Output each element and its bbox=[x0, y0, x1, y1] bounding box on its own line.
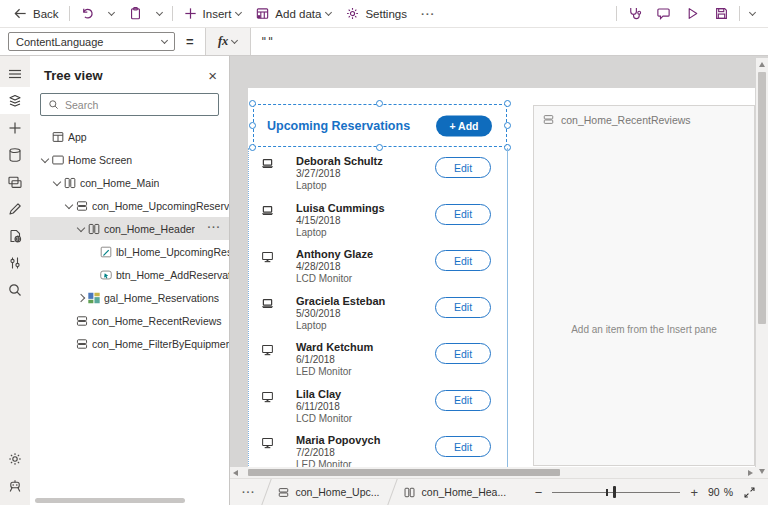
save-button[interactable] bbox=[707, 0, 736, 27]
tree-item-more-button[interactable]: ··· bbox=[208, 221, 222, 233]
tree-item[interactable]: Home Screen bbox=[30, 148, 229, 171]
toolbar-more-button[interactable]: ··· bbox=[414, 0, 443, 27]
gallery-item[interactable]: Lila Clay 6/11/2018 LCD Monitor Edit bbox=[249, 381, 507, 428]
resize-handle[interactable] bbox=[249, 122, 256, 129]
gallery-item[interactable]: Luisa Cummings 4/15/2018 Laptop Edit bbox=[249, 195, 507, 242]
menu-hamburger-button[interactable] bbox=[0, 60, 30, 87]
fx-button[interactable]: fx bbox=[205, 28, 251, 55]
divider bbox=[172, 6, 173, 21]
rail-advanced-tools-button[interactable] bbox=[0, 222, 30, 249]
horizontal-scrollbar-thumb[interactable] bbox=[248, 469, 560, 476]
resize-handle[interactable] bbox=[504, 122, 511, 129]
zoom-in-button[interactable]: + bbox=[690, 485, 698, 500]
edit-button[interactable]: Edit bbox=[435, 390, 491, 411]
add-data-menu-button[interactable]: Add data bbox=[248, 0, 338, 27]
app-canvas[interactable]: Upcoming Reservations + Add Deborah Schu… bbox=[248, 88, 755, 468]
expand-chevron-icon[interactable] bbox=[74, 295, 87, 301]
label-control-icon bbox=[99, 245, 113, 259]
rail-insert-button[interactable] bbox=[0, 114, 30, 141]
tree-item[interactable]: App bbox=[30, 125, 229, 148]
tree-item[interactable]: con_Home_FilterByEquipment bbox=[30, 332, 229, 355]
sliders-icon bbox=[7, 255, 23, 271]
resize-handle[interactable] bbox=[376, 100, 383, 107]
gallery-item[interactable]: Ward Ketchum 6/1/2018 LED Monitor Edit bbox=[249, 334, 507, 381]
tree-item[interactable]: con_Home_Main bbox=[30, 171, 229, 194]
undo-dropdown[interactable] bbox=[102, 0, 121, 27]
tree-item[interactable]: con_Home_Header ··· bbox=[30, 217, 229, 240]
add-reservation-button[interactable]: + Add bbox=[436, 115, 492, 136]
zoom-slider[interactable] bbox=[552, 485, 680, 499]
app-checker-button[interactable] bbox=[620, 0, 649, 27]
tree-item[interactable]: btn_Home_AddReservation bbox=[30, 263, 229, 286]
selected-header-container[interactable]: Upcoming Reservations + Add bbox=[253, 104, 507, 147]
expand-chevron-icon[interactable] bbox=[38, 158, 51, 162]
property-selector[interactable]: ContentLanguage bbox=[8, 32, 175, 51]
tree-item[interactable]: con_Home_UpcomingReservations bbox=[30, 194, 229, 217]
breadcrumb-tab[interactable]: con_Home_Upc... bbox=[264, 479, 390, 505]
tree-horizontal-scrollbar[interactable] bbox=[35, 498, 185, 503]
formula-bar: ContentLanguage = fx "" bbox=[0, 28, 768, 56]
rail-variables-button[interactable] bbox=[0, 249, 30, 276]
tree-item[interactable]: lbl_Home_UpcomingReservat bbox=[30, 240, 229, 263]
scroll-left-arrow[interactable] bbox=[233, 470, 238, 476]
edit-button[interactable]: Edit bbox=[435, 343, 491, 364]
divider bbox=[616, 6, 617, 21]
reservations-gallery[interactable]: Deborah Schultz 3/27/2018 Laptop Edit Lu… bbox=[248, 148, 508, 468]
search-input[interactable] bbox=[65, 99, 211, 111]
gallery-item[interactable]: Deborah Schultz 3/27/2018 Laptop Edit bbox=[249, 148, 507, 195]
zoom-slider-handle[interactable] bbox=[613, 486, 617, 498]
edit-button[interactable]: Edit bbox=[435, 297, 491, 318]
vertical-scrollbar-thumb[interactable] bbox=[758, 72, 766, 324]
paste-dropdown[interactable] bbox=[150, 0, 169, 27]
edit-button[interactable]: Edit bbox=[435, 250, 491, 271]
scroll-right-arrow[interactable] bbox=[748, 470, 753, 476]
fit-to-window-button[interactable] bbox=[743, 486, 756, 499]
expand-chevron-icon[interactable] bbox=[62, 204, 75, 208]
comments-button[interactable] bbox=[649, 0, 678, 27]
edit-button[interactable]: Edit bbox=[435, 157, 491, 178]
scroll-up-arrow[interactable] bbox=[759, 62, 765, 67]
reservation-name: Maria Popovych bbox=[296, 434, 380, 447]
rail-settings-button[interactable] bbox=[0, 445, 30, 472]
chevron-down-icon bbox=[231, 36, 238, 43]
horizontal-scrollbar[interactable] bbox=[230, 467, 756, 478]
tree-item[interactable]: con_Home_RecentReviews bbox=[30, 309, 229, 332]
gallery-item[interactable]: Maria Popovych 7/2/2018 LED Monitor Edit bbox=[249, 427, 507, 468]
rail-power-automate-button[interactable] bbox=[0, 195, 30, 222]
reservation-name: Deborah Schultz bbox=[296, 155, 383, 168]
app-icon bbox=[51, 130, 65, 144]
monitor-icon bbox=[259, 390, 276, 405]
insert-menu-button[interactable]: Insert bbox=[176, 0, 249, 27]
rail-data-button[interactable] bbox=[0, 141, 30, 168]
breadcrumb-more-button[interactable]: ··· bbox=[230, 486, 264, 498]
gallery-item[interactable]: Anthony Glaze 4/28/2018 LCD Monitor Edit bbox=[249, 241, 507, 288]
rail-media-button[interactable] bbox=[0, 168, 30, 195]
breadcrumb-tab[interactable]: con_Home_Hea... bbox=[390, 479, 517, 505]
recent-reviews-container[interactable]: con_Home_RecentReviews Add an item from … bbox=[533, 105, 755, 466]
rail-virtual-agent-button[interactable] bbox=[0, 472, 30, 499]
divider bbox=[69, 6, 70, 21]
paste-button[interactable] bbox=[121, 0, 150, 27]
tree-item[interactable]: gal_Home_Reservations bbox=[30, 286, 229, 309]
resize-handle[interactable] bbox=[249, 100, 256, 107]
scroll-down-arrow[interactable] bbox=[759, 469, 765, 474]
tree-search-box[interactable] bbox=[40, 93, 219, 116]
edit-button[interactable]: Edit bbox=[435, 436, 491, 457]
rail-tree-view-button[interactable] bbox=[0, 87, 30, 114]
expand-chevron-icon[interactable] bbox=[50, 181, 63, 185]
expand-chevron-icon[interactable] bbox=[74, 227, 87, 231]
save-dropdown[interactable] bbox=[743, 0, 762, 27]
edit-button[interactable]: Edit bbox=[435, 204, 491, 225]
settings-button[interactable]: Settings bbox=[338, 0, 414, 27]
close-panel-button[interactable]: × bbox=[208, 68, 217, 83]
formula-input[interactable]: "" bbox=[261, 35, 274, 48]
undo-button[interactable] bbox=[73, 0, 102, 27]
preview-play-button[interactable] bbox=[678, 0, 707, 27]
zoom-out-button[interactable]: − bbox=[535, 485, 543, 500]
rail-search-button[interactable] bbox=[0, 276, 30, 303]
gallery-item[interactable]: Graciela Esteban 5/30/2018 Laptop Edit bbox=[249, 288, 507, 335]
vertical-scrollbar[interactable] bbox=[756, 58, 768, 478]
resize-handle[interactable] bbox=[504, 100, 511, 107]
back-button[interactable]: Back bbox=[6, 0, 66, 27]
chevron-down-icon bbox=[108, 8, 115, 15]
